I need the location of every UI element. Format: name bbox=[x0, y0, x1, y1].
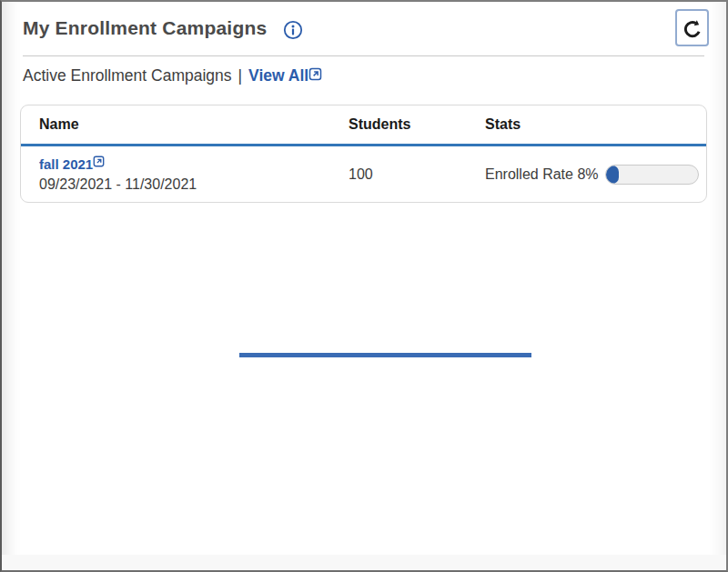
header-divider bbox=[23, 55, 704, 56]
stats-cell: Enrolled Rate 8% bbox=[485, 165, 699, 185]
table-header-row: Name Students Stats bbox=[21, 105, 706, 146]
info-icon[interactable] bbox=[283, 20, 303, 40]
campaigns-table: Name Students Stats fall 2021 09/23/2021… bbox=[20, 105, 707, 203]
students-count: 100 bbox=[349, 166, 485, 183]
campaign-name-cell: fall 2021 09/23/2021 - 11/30/2021 bbox=[39, 156, 349, 193]
subheader-separator: | bbox=[238, 66, 243, 85]
campaign-link[interactable]: fall 2021 bbox=[39, 156, 93, 174]
view-all-label: View All bbox=[248, 66, 308, 85]
column-header-stats: Stats bbox=[485, 116, 699, 133]
page-title: My Enrollment Campaigns bbox=[23, 17, 267, 39]
external-link-icon bbox=[93, 156, 105, 167]
refresh-icon bbox=[681, 15, 704, 41]
subheader-label: Active Enrollment Campaigns bbox=[23, 66, 232, 85]
widget-frame: My Enrollment Campaigns Active Enrollmen… bbox=[0, 0, 728, 572]
table-row: fall 2021 09/23/2021 - 11/30/2021 100 En… bbox=[21, 146, 706, 202]
subheader: Active Enrollment Campaigns | View All bbox=[23, 66, 322, 85]
external-link-icon bbox=[308, 67, 322, 81]
column-header-students: Students bbox=[349, 116, 485, 133]
enrolled-rate-label: Enrolled Rate 8% bbox=[485, 166, 599, 183]
campaign-date-range: 09/23/2021 - 11/30/2021 bbox=[39, 176, 349, 193]
enrolled-rate-progressbar bbox=[605, 165, 699, 185]
info-icon-glyph bbox=[283, 20, 303, 40]
refresh-button[interactable] bbox=[675, 9, 709, 46]
widget-content: My Enrollment Campaigns Active Enrollmen… bbox=[2, 2, 726, 570]
bottom-strip bbox=[2, 555, 726, 570]
view-all-link[interactable]: View All bbox=[248, 66, 322, 85]
progress-fill bbox=[606, 166, 619, 184]
column-header-name: Name bbox=[39, 116, 349, 133]
loading-bar bbox=[239, 353, 531, 357]
